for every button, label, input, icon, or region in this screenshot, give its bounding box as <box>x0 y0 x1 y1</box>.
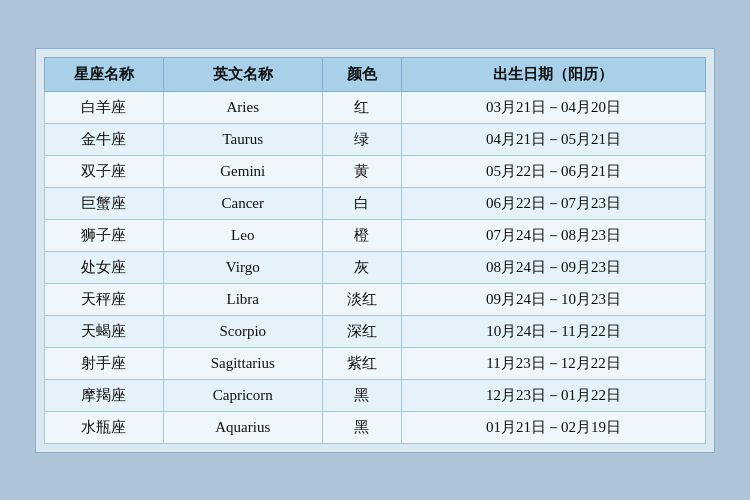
cell-birth-date: 05月22日－06月21日 <box>401 155 705 187</box>
header-color: 颜色 <box>322 57 401 91</box>
cell-birth-date: 08月24日－09月23日 <box>401 251 705 283</box>
cell-english-name: Taurus <box>163 123 322 155</box>
zodiac-table: 星座名称 英文名称 颜色 出生日期（阳历） 白羊座Aries红03月21日－04… <box>44 57 706 444</box>
cell-color: 橙 <box>322 219 401 251</box>
table-row: 水瓶座Aquarius黑01月21日－02月19日 <box>45 411 706 443</box>
cell-birth-date: 12月23日－01月22日 <box>401 379 705 411</box>
cell-birth-date: 04月21日－05月21日 <box>401 123 705 155</box>
table-row: 巨蟹座Cancer白06月22日－07月23日 <box>45 187 706 219</box>
cell-chinese-name: 摩羯座 <box>45 379 164 411</box>
cell-birth-date: 07月24日－08月23日 <box>401 219 705 251</box>
header-english-name: 英文名称 <box>163 57 322 91</box>
table-row: 摩羯座Capricorn黑12月23日－01月22日 <box>45 379 706 411</box>
cell-english-name: Sagittarius <box>163 347 322 379</box>
cell-chinese-name: 金牛座 <box>45 123 164 155</box>
table-row: 射手座Sagittarius紫红11月23日－12月22日 <box>45 347 706 379</box>
cell-chinese-name: 天秤座 <box>45 283 164 315</box>
table-row: 双子座Gemini黄05月22日－06月21日 <box>45 155 706 187</box>
cell-color: 黑 <box>322 379 401 411</box>
cell-english-name: Libra <box>163 283 322 315</box>
cell-english-name: Aries <box>163 91 322 123</box>
cell-color: 绿 <box>322 123 401 155</box>
cell-chinese-name: 处女座 <box>45 251 164 283</box>
cell-birth-date: 01月21日－02月19日 <box>401 411 705 443</box>
cell-english-name: Leo <box>163 219 322 251</box>
cell-birth-date: 10月24日－11月22日 <box>401 315 705 347</box>
cell-english-name: Scorpio <box>163 315 322 347</box>
cell-english-name: Gemini <box>163 155 322 187</box>
cell-birth-date: 09月24日－10月23日 <box>401 283 705 315</box>
cell-birth-date: 06月22日－07月23日 <box>401 187 705 219</box>
cell-color: 白 <box>322 187 401 219</box>
cell-color: 红 <box>322 91 401 123</box>
cell-chinese-name: 双子座 <box>45 155 164 187</box>
cell-chinese-name: 狮子座 <box>45 219 164 251</box>
cell-english-name: Virgo <box>163 251 322 283</box>
table-header-row: 星座名称 英文名称 颜色 出生日期（阳历） <box>45 57 706 91</box>
header-birth-date: 出生日期（阳历） <box>401 57 705 91</box>
cell-chinese-name: 巨蟹座 <box>45 187 164 219</box>
cell-color: 深红 <box>322 315 401 347</box>
cell-chinese-name: 射手座 <box>45 347 164 379</box>
table-row: 天秤座Libra淡红09月24日－10月23日 <box>45 283 706 315</box>
cell-chinese-name: 白羊座 <box>45 91 164 123</box>
table-row: 金牛座Taurus绿04月21日－05月21日 <box>45 123 706 155</box>
header-chinese-name: 星座名称 <box>45 57 164 91</box>
cell-english-name: Aquarius <box>163 411 322 443</box>
cell-english-name: Capricorn <box>163 379 322 411</box>
cell-color: 灰 <box>322 251 401 283</box>
table-row: 天蝎座Scorpio深红10月24日－11月22日 <box>45 315 706 347</box>
cell-color: 紫红 <box>322 347 401 379</box>
cell-color: 淡红 <box>322 283 401 315</box>
table-row: 狮子座Leo橙07月24日－08月23日 <box>45 219 706 251</box>
cell-chinese-name: 水瓶座 <box>45 411 164 443</box>
table-body: 白羊座Aries红03月21日－04月20日金牛座Taurus绿04月21日－0… <box>45 91 706 443</box>
cell-birth-date: 03月21日－04月20日 <box>401 91 705 123</box>
table-row: 处女座Virgo灰08月24日－09月23日 <box>45 251 706 283</box>
cell-color: 黄 <box>322 155 401 187</box>
cell-chinese-name: 天蝎座 <box>45 315 164 347</box>
table-row: 白羊座Aries红03月21日－04月20日 <box>45 91 706 123</box>
zodiac-table-container: 星座名称 英文名称 颜色 出生日期（阳历） 白羊座Aries红03月21日－04… <box>35 48 715 453</box>
cell-birth-date: 11月23日－12月22日 <box>401 347 705 379</box>
cell-english-name: Cancer <box>163 187 322 219</box>
cell-color: 黑 <box>322 411 401 443</box>
